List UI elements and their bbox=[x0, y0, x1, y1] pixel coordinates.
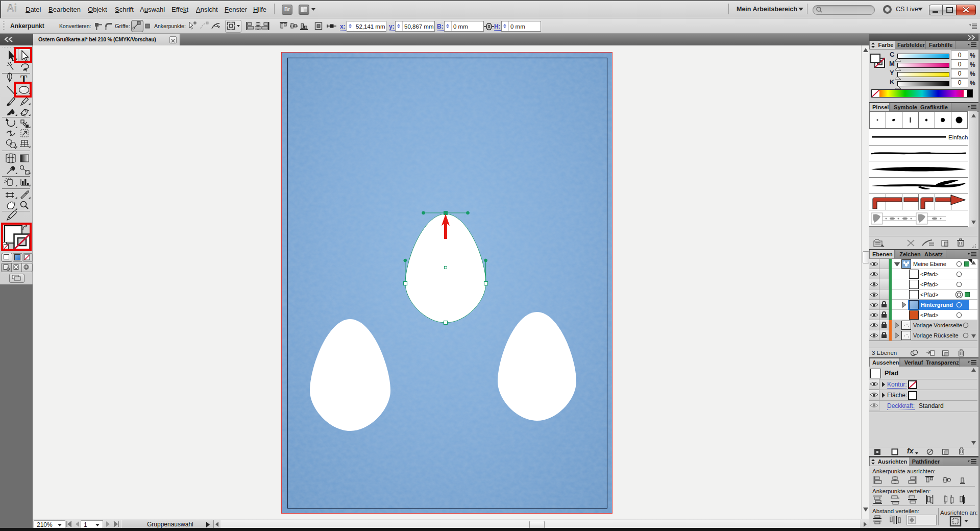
svg-text:Einfach: Einfach bbox=[948, 134, 968, 140]
